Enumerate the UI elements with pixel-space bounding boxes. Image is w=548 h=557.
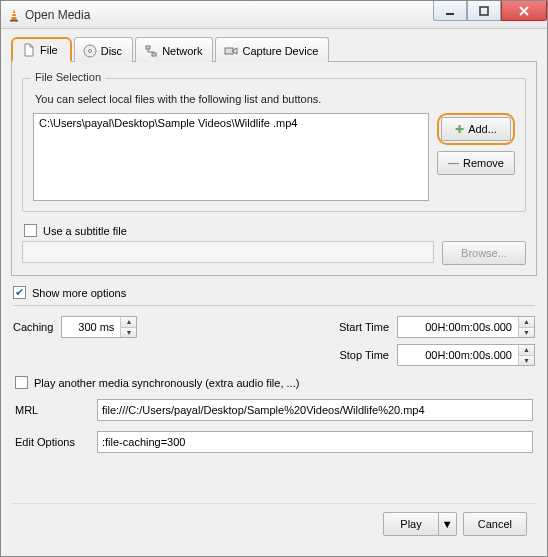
mrl-value: file:///C:/Users/payal/Desktop/Sample%20… [102, 404, 425, 416]
caching-label: Caching [13, 321, 53, 333]
tab-capture[interactable]: Capture Device [215, 37, 329, 62]
play-another-row: Play another media synchronously (extra … [15, 376, 535, 389]
tab-label: Capture Device [242, 45, 318, 57]
svg-point-7 [88, 49, 91, 52]
title-bar: Open Media [1, 1, 547, 29]
spin-down-icon[interactable]: ▼ [519, 328, 534, 338]
edit-options-label: Edit Options [15, 436, 89, 448]
svg-rect-5 [480, 7, 488, 15]
edit-options-field[interactable]: :file-caching=300 [97, 431, 533, 453]
window-controls [433, 1, 547, 21]
tab-page-file: File Selection You can select local file… [11, 61, 537, 276]
app-icon [7, 8, 21, 22]
stop-time-value: 00H:00m:00s.000 [398, 345, 518, 365]
capture-icon [224, 44, 238, 58]
play-button[interactable]: Play [383, 512, 438, 536]
check-icon: ✔ [15, 286, 24, 299]
add-highlight: ✚ Add... [437, 113, 515, 145]
group-legend: File Selection [31, 71, 105, 83]
tab-file[interactable]: File [11, 37, 72, 62]
tab-label: File [40, 44, 58, 56]
svg-rect-1 [10, 20, 18, 22]
start-time-label: Start Time [339, 321, 389, 333]
network-icon [144, 44, 158, 58]
remove-button[interactable]: — Remove [437, 151, 515, 175]
minimize-button[interactable] [433, 1, 467, 21]
spin-down-icon[interactable]: ▼ [519, 356, 534, 366]
tab-disc[interactable]: Disc [74, 37, 133, 62]
chevron-down-icon: ▼ [442, 518, 453, 530]
list-item[interactable]: C:\Users\payal\Desktop\Sample Videos\Wil… [36, 116, 426, 130]
svg-rect-8 [146, 46, 150, 49]
svg-rect-10 [225, 48, 233, 54]
spin-up-icon[interactable]: ▲ [121, 317, 136, 328]
show-more-row: ✔ Show more options [13, 286, 535, 299]
disc-icon [83, 44, 97, 58]
stop-time-label: Stop Time [339, 349, 389, 361]
start-time-spinner[interactable]: 00H:00m:00s.000 ▲▼ [397, 316, 535, 338]
tab-label: Network [162, 45, 202, 57]
close-button[interactable] [501, 1, 547, 21]
button-label: Add... [468, 123, 497, 135]
spin-up-icon[interactable]: ▲ [519, 317, 534, 328]
cancel-button[interactable]: Cancel [463, 512, 527, 536]
advanced-options: Caching 300 ms ▲▼ Start Time 00H:00m:00s… [13, 305, 535, 459]
window-title: Open Media [25, 8, 90, 22]
tab-bar: File Disc Network Capture Device [11, 37, 537, 62]
button-label: Play [400, 518, 421, 530]
button-label: Browse... [461, 247, 507, 259]
mrl-label: MRL [15, 404, 89, 416]
mrl-field[interactable]: file:///C:/Users/payal/Desktop/Sample%20… [97, 399, 533, 421]
svg-rect-3 [12, 16, 17, 17]
file-icon [22, 43, 36, 57]
show-more-label: Show more options [32, 287, 126, 299]
subtitle-path-field [22, 241, 434, 263]
tab-label: Disc [101, 45, 122, 57]
play-another-label: Play another media synchronously (extra … [34, 377, 299, 389]
button-label: Cancel [478, 518, 512, 530]
button-label: Remove [463, 157, 504, 169]
subtitle-checkbox[interactable] [24, 224, 37, 237]
browse-button: Browse... [442, 241, 526, 265]
svg-marker-0 [11, 9, 17, 20]
plus-icon: ✚ [455, 123, 464, 136]
edit-options-value: :file-caching=300 [102, 436, 185, 448]
start-time-value: 00H:00m:00s.000 [398, 317, 518, 337]
stop-time-spinner[interactable]: 00H:00m:00s.000 ▲▼ [397, 344, 535, 366]
subtitle-label: Use a subtitle file [43, 225, 127, 237]
svg-rect-4 [446, 13, 454, 15]
svg-rect-9 [152, 53, 156, 56]
maximize-button[interactable] [467, 1, 501, 21]
caching-spinner[interactable]: 300 ms ▲▼ [61, 316, 137, 338]
add-button[interactable]: ✚ Add... [441, 117, 511, 141]
dialog-footer: Play ▼ Cancel [11, 503, 537, 546]
play-another-checkbox[interactable] [15, 376, 28, 389]
subtitle-check-row: Use a subtitle file [24, 224, 526, 237]
play-split-button: Play ▼ [383, 512, 456, 536]
file-selection-group: File Selection You can select local file… [22, 78, 526, 212]
play-dropdown[interactable]: ▼ [439, 512, 457, 536]
file-hint: You can select local files with the foll… [35, 93, 515, 105]
caching-value: 300 ms [62, 317, 120, 337]
open-media-window: Open Media File Disc Network Capture Dev [0, 0, 548, 557]
show-more-checkbox[interactable]: ✔ [13, 286, 26, 299]
file-list[interactable]: C:\Users\payal\Desktop\Sample Videos\Wil… [33, 113, 429, 201]
minus-icon: — [448, 157, 459, 169]
spin-down-icon[interactable]: ▼ [121, 328, 136, 338]
tab-network[interactable]: Network [135, 37, 213, 62]
spin-up-icon[interactable]: ▲ [519, 345, 534, 356]
svg-rect-2 [12, 13, 16, 14]
